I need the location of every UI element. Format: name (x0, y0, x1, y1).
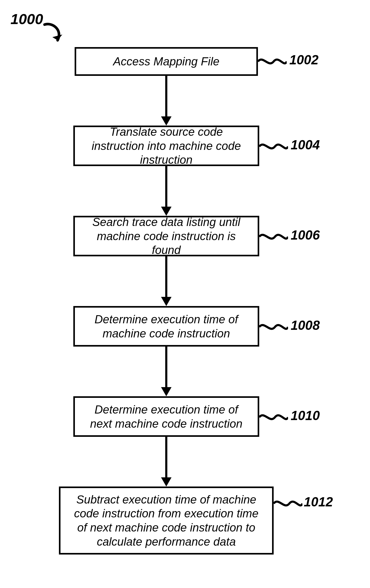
figure-number-text: 1000 (10, 11, 43, 27)
arrow-down-icon (157, 437, 175, 487)
arrow-down-icon (157, 166, 175, 216)
svg-marker-9 (161, 477, 172, 487)
step-box-1004: Translate source code instruction into m… (73, 126, 259, 166)
step-text: Subtract execution time of machine code … (68, 493, 264, 549)
leader-squiggle-icon (259, 139, 288, 154)
step-text: Search trace data listing until machine … (83, 215, 250, 257)
step-label: 1004 (291, 137, 320, 152)
step-box-1006: Search trace data listing until machine … (73, 216, 259, 256)
step-label: 1002 (289, 52, 318, 67)
figure-number: 1000 (10, 10, 43, 27)
svg-marker-1 (161, 116, 172, 126)
svg-marker-3 (161, 207, 172, 216)
step-label: 1010 (291, 408, 320, 423)
arrow-down-icon (157, 76, 175, 126)
step-text: Translate source code instruction into m… (83, 125, 250, 167)
step-box-1002: Access Mapping File (75, 47, 258, 76)
step-text: Determine execution time of machine code… (83, 312, 250, 340)
svg-marker-5 (161, 297, 172, 306)
step-label: 1008 (291, 318, 320, 333)
figure-arrow-icon (42, 22, 79, 56)
leader-squiggle-icon (274, 496, 302, 511)
step-text: Determine execution time of next machine… (83, 403, 250, 431)
step-label-text: 1008 (291, 318, 320, 333)
step-label-text: 1002 (289, 53, 318, 67)
step-label: 1006 (291, 228, 320, 243)
step-label-text: 1004 (291, 138, 320, 152)
step-label-text: 1006 (291, 228, 320, 242)
svg-marker-7 (161, 387, 172, 396)
arrow-down-icon (157, 256, 175, 306)
step-label: 1012 (304, 494, 333, 510)
leader-squiggle-icon (259, 229, 288, 245)
leader-squiggle-icon (259, 319, 288, 335)
leader-squiggle-icon (259, 409, 288, 425)
step-label-text: 1010 (291, 408, 320, 423)
flowchart-canvas: 1000 Access Mapping File 1002 Translate … (0, 0, 370, 588)
step-box-1008: Determine execution time of machine code… (73, 306, 259, 347)
step-box-1010: Determine execution time of next machine… (73, 396, 259, 437)
step-label-text: 1012 (304, 495, 333, 509)
step-box-1012: Subtract execution time of machine code … (59, 487, 274, 555)
leader-squiggle-icon (258, 54, 287, 69)
arrow-down-icon (157, 347, 175, 396)
step-text: Access Mapping File (113, 54, 219, 69)
